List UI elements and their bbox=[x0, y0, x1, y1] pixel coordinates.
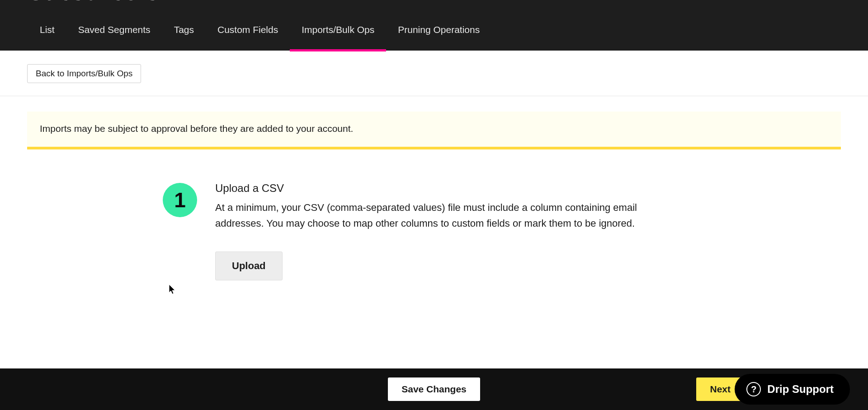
page-title: Subscribers bbox=[27, 0, 841, 6]
back-button[interactable]: Back to Imports/Bulk Ops bbox=[27, 64, 141, 83]
tab-pruning-operations[interactable]: Pruning Operations bbox=[398, 24, 480, 51]
tab-list[interactable]: List bbox=[40, 24, 55, 51]
tab-custom-fields[interactable]: Custom Fields bbox=[217, 24, 278, 51]
drip-support-button[interactable]: ? Drip Support bbox=[735, 374, 850, 405]
tab-saved-segments[interactable]: Saved Segments bbox=[78, 24, 151, 51]
step-number-badge: 1 bbox=[163, 183, 197, 217]
support-label: Drip Support bbox=[767, 383, 834, 396]
tab-tags[interactable]: Tags bbox=[174, 24, 194, 51]
step-title: Upload a CSV bbox=[215, 182, 649, 195]
cursor-icon bbox=[169, 284, 176, 294]
help-icon: ? bbox=[746, 382, 761, 396]
step-description: At a minimum, your CSV (comma-separated … bbox=[215, 200, 649, 232]
footer-bar: Save Changes Next ? Drip Support bbox=[0, 368, 868, 410]
tab-imports-bulk-ops[interactable]: Imports/Bulk Ops bbox=[302, 24, 374, 51]
approval-notice: Imports may be subject to approval befor… bbox=[27, 112, 841, 149]
save-changes-button[interactable]: Save Changes bbox=[388, 377, 480, 401]
tabs-nav: List Saved Segments Tags Custom Fields I… bbox=[0, 9, 868, 51]
upload-button[interactable]: Upload bbox=[215, 252, 283, 280]
next-button-label: Next bbox=[710, 384, 731, 395]
